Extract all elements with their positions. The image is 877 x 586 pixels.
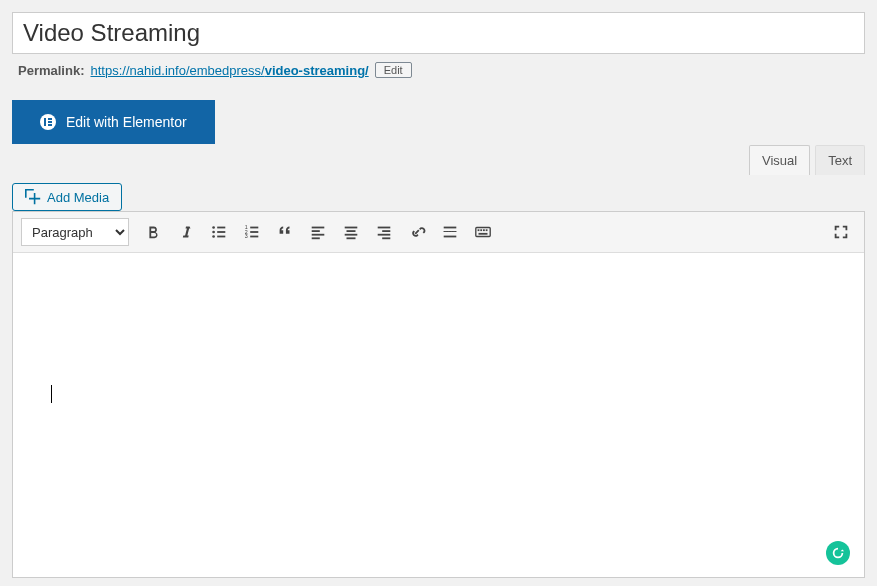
svg-rect-17 — [312, 227, 325, 229]
permalink-slug: video-streaming/ — [265, 63, 369, 78]
toolbar-toggle-button[interactable] — [468, 218, 498, 246]
align-right-icon — [375, 223, 393, 241]
svg-rect-41 — [486, 229, 488, 231]
svg-rect-40 — [483, 229, 485, 231]
quote-icon — [276, 223, 294, 241]
edit-slug-button[interactable]: Edit — [375, 62, 412, 78]
bullet-list-icon — [210, 223, 228, 241]
post-title-input[interactable] — [12, 12, 865, 54]
grammarly-icon — [831, 546, 845, 560]
bold-button[interactable] — [138, 218, 168, 246]
svg-rect-29 — [444, 227, 457, 229]
svg-rect-27 — [378, 234, 391, 236]
svg-rect-19 — [312, 234, 325, 236]
align-right-button[interactable] — [369, 218, 399, 246]
elementor-button-label: Edit with Elementor — [66, 114, 187, 130]
italic-button[interactable] — [171, 218, 201, 246]
editor-toolbar: Paragraph 123 — [13, 212, 864, 253]
svg-rect-28 — [382, 237, 390, 239]
blockquote-button[interactable] — [270, 218, 300, 246]
fullscreen-icon — [832, 223, 850, 241]
svg-rect-37 — [476, 228, 490, 237]
svg-point-7 — [212, 231, 215, 234]
svg-rect-10 — [217, 236, 225, 238]
fullscreen-button[interactable] — [826, 218, 856, 246]
tab-visual[interactable]: Visual — [749, 145, 810, 175]
svg-rect-20 — [312, 237, 320, 239]
link-icon — [408, 223, 426, 241]
svg-rect-35 — [455, 231, 457, 232]
svg-rect-2 — [48, 118, 52, 120]
elementor-icon — [40, 114, 56, 130]
svg-rect-34 — [452, 231, 454, 232]
svg-rect-39 — [480, 229, 482, 231]
add-media-label: Add Media — [47, 190, 109, 205]
editor-tabs: Visual Text — [749, 145, 865, 175]
svg-point-9 — [212, 235, 215, 238]
tab-text[interactable]: Text — [815, 145, 865, 175]
grammarly-badge[interactable] — [826, 541, 850, 565]
read-more-button[interactable] — [435, 218, 465, 246]
svg-rect-3 — [48, 121, 52, 123]
svg-rect-25 — [378, 227, 391, 229]
svg-rect-12 — [250, 227, 258, 229]
svg-rect-16 — [250, 236, 258, 238]
add-media-button[interactable]: Add Media — [12, 183, 122, 211]
svg-rect-33 — [449, 231, 451, 232]
align-left-button[interactable] — [303, 218, 333, 246]
format-select[interactable]: Paragraph — [21, 218, 129, 246]
svg-point-5 — [212, 226, 215, 229]
keyboard-icon — [474, 223, 492, 241]
svg-rect-1 — [44, 118, 46, 126]
svg-rect-6 — [217, 227, 225, 229]
svg-rect-36 — [444, 236, 457, 238]
permalink-link[interactable]: https://nahid.info/embedpress/video-stre… — [90, 63, 368, 78]
italic-icon — [177, 223, 195, 241]
align-center-button[interactable] — [336, 218, 366, 246]
bold-icon — [144, 223, 162, 241]
svg-rect-23 — [345, 234, 358, 236]
numbered-list-button[interactable]: 123 — [237, 218, 267, 246]
bullet-list-button[interactable] — [204, 218, 234, 246]
svg-rect-21 — [345, 227, 358, 229]
svg-rect-32 — [446, 231, 448, 232]
svg-rect-14 — [250, 231, 258, 233]
numbered-list-icon: 123 — [243, 223, 261, 241]
read-more-icon — [441, 223, 459, 241]
svg-rect-8 — [217, 231, 225, 233]
editor-content-area[interactable] — [13, 253, 864, 577]
align-center-icon — [342, 223, 360, 241]
permalink-row: Permalink: https://nahid.info/embedpress… — [12, 54, 865, 86]
editor-box: Paragraph 123 — [12, 211, 865, 578]
editor-wrapper: Add Media Visual Text Paragraph 123 — [12, 178, 865, 578]
svg-rect-4 — [48, 124, 52, 126]
svg-rect-26 — [382, 230, 390, 232]
media-icon — [25, 189, 41, 205]
permalink-base: https://nahid.info/embedpress/ — [90, 63, 264, 78]
svg-rect-18 — [312, 230, 320, 232]
link-button[interactable] — [402, 218, 432, 246]
text-cursor — [51, 385, 52, 403]
edit-with-elementor-button[interactable]: Edit with Elementor — [12, 100, 215, 144]
svg-rect-38 — [478, 229, 480, 231]
svg-rect-42 — [479, 233, 488, 235]
svg-rect-22 — [347, 230, 356, 232]
align-left-icon — [309, 223, 327, 241]
svg-rect-31 — [444, 231, 446, 232]
svg-rect-24 — [347, 237, 356, 239]
permalink-label: Permalink: — [18, 63, 84, 78]
svg-text:3: 3 — [245, 233, 248, 239]
